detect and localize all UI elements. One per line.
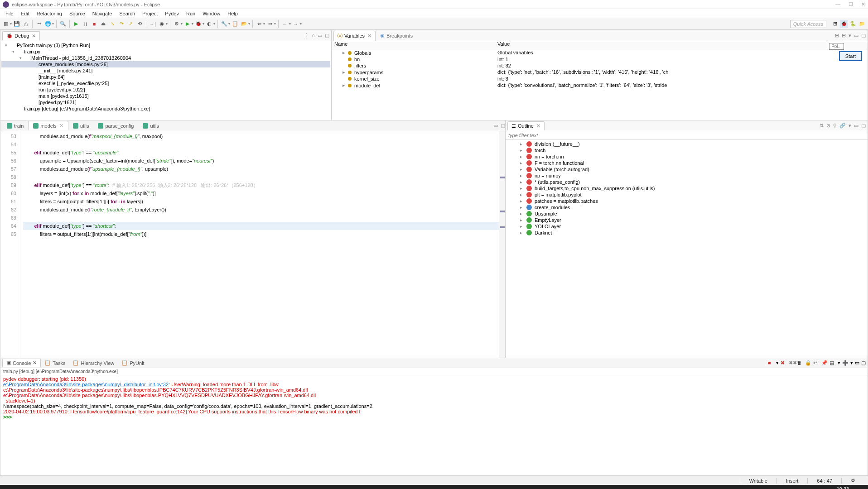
col-name[interactable]: Name [332,41,495,49]
remove-all-icon[interactable]: ✖✖ [789,360,795,366]
variable-row[interactable]: ▸GlobalsGlobal variables [332,49,868,56]
debug-stack-frame[interactable]: [train.py:64] [1,74,330,80]
show-type-icon[interactable]: ⊞ [835,33,839,38]
close-button[interactable]: ✕ [861,1,865,7]
display-selected-icon[interactable]: ▤ [829,360,836,366]
step-over-icon[interactable]: ↷ [117,20,125,28]
cortana-icon[interactable]: ○ [15,486,28,489]
step-into-icon[interactable]: ↘ [108,20,116,28]
menu-source[interactable]: Source [66,10,89,17]
menu-run[interactable]: Run [183,10,199,17]
collapse-icon[interactable]: ⊟ [842,33,846,38]
app-icon[interactable]: ⚫ [83,486,96,489]
outline-item[interactable]: ▸Upsample [507,211,866,217]
open-perspective-icon[interactable]: ⊞ [831,20,839,28]
run-to-line-icon[interactable]: →| [149,20,157,28]
app-icon[interactable]: 🟥 [111,486,123,489]
outline-item[interactable]: ▸YOLOLayer [507,223,866,230]
outline-item[interactable]: ▸* (utils.parse_config) [507,179,866,185]
debug-stack-frame[interactable]: [pydevd.py:1621] [1,99,330,105]
menu-refactoring[interactable]: Refactoring [33,10,66,17]
pydev-perspective-icon[interactable]: 🐍 [849,20,857,28]
open-console-icon[interactable]: ➕ [842,360,849,366]
taskbar-clock[interactable]: 19:33 2020-04-02 [831,486,854,489]
variables-tab[interactable]: ⒳ Variables ✕ [333,31,376,41]
step-filters-icon[interactable]: ⚙ [173,20,181,28]
app-icon[interactable]: 🖼 [70,486,82,489]
variable-row[interactable]: kernel_sizeint: 3 [332,76,868,82]
variables-body[interactable]: ▸GlobalsGlobal variablesbnint: 1filtersi… [332,49,868,120]
terminate-icon[interactable]: ■ [768,360,774,366]
editor-tab-models[interactable]: models✕ [28,121,68,130]
menu-window[interactable]: Window [199,10,224,17]
suspend-icon[interactable]: ⏸ [81,20,89,28]
menu-navigate[interactable]: Navigate [89,10,116,17]
view-menu-icon[interactable]: ▾ [849,33,851,38]
console-tab-hierarchy-view[interactable]: 📋Hierarchy View [69,359,118,367]
outline-item[interactable]: ▸plt = matplotlib.pyplot [507,192,866,198]
outline-tab[interactable]: ☰ Outline ✕ [507,121,545,130]
outline-item[interactable]: ▸Variable (torch.autograd) [507,166,866,173]
app-icon[interactable]: 🟥 [165,486,178,489]
outline-item[interactable]: ▸nn = torch.nn [507,153,866,160]
search-icon[interactable]: 🔍 [59,20,67,28]
view-menu-icon[interactable]: ▾ [849,123,851,129]
app-icon[interactable]: 🟧 [124,486,137,489]
clear-icon[interactable]: 🗑 [797,360,803,366]
outline-tree[interactable]: ▸division (__future__)▸torch▸nn = torch.… [506,140,868,358]
quick-access-input[interactable]: Quick Access [790,20,826,28]
minimize-icon[interactable]: ▭ [318,33,322,38]
sort-icon[interactable]: ⇅ [820,123,824,129]
editor-body[interactable]: 53545556575859606162636465 modules.add_m… [0,131,505,358]
debug-view-menu-icon[interactable]: ⋮ [304,33,309,38]
new-task-icon[interactable]: 📋 [231,20,239,28]
outline-item[interactable]: ▸create_modules [507,204,866,211]
debug-tab[interactable]: 🐞 Debug ✕ [2,31,40,40]
outline-item[interactable]: ▸torch [507,147,866,153]
variable-row[interactable]: ▸hyperparamsdict: {'type': 'net', 'batch… [332,69,868,76]
eclipse-taskbar-icon[interactable]: 🟣 [178,486,191,489]
ext-tools-icon[interactable]: 🔧 [220,20,228,28]
editor-tab-train[interactable]: train [2,122,28,130]
resource-perspective-icon[interactable]: 📁 [858,20,866,28]
back-icon[interactable]: ← [281,20,289,28]
menu-project[interactable]: Project [139,10,161,17]
maximize-icon[interactable]: ▢ [501,123,505,129]
outline-filter-input[interactable] [508,133,865,138]
drop-frame-icon[interactable]: ⟲ [135,20,144,28]
minimize-icon[interactable]: ▭ [854,33,858,38]
menu-edit[interactable]: Edit [17,10,33,17]
outline-item[interactable]: ▸division (__future__) [507,141,866,147]
menu-file[interactable]: File [2,10,17,17]
terminate-icon[interactable]: ■ [90,20,98,28]
save-all-icon[interactable]: ⎙ [22,20,30,28]
overview-ruler[interactable] [499,131,505,358]
app-icon[interactable]: 📁 [56,486,69,489]
menu-help[interactable]: Help [224,10,241,17]
breakpoints-tab[interactable]: ◉ Breakpoints [376,31,416,40]
app-icon[interactable]: 🗂 [43,486,55,489]
run-icon[interactable]: ▶ [183,20,192,28]
resume-icon[interactable]: ▶ [72,20,80,28]
console-body[interactable]: pydev debugger: starting (pid: 11356)e:\… [0,375,868,475]
start-button[interactable]: Start [839,51,862,61]
outline-item[interactable]: ▸EmptyLayer [507,217,866,223]
next-edit-icon[interactable]: ⇒ [266,20,274,28]
col-value[interactable]: Value [495,41,868,49]
poi-box[interactable]: Poi... [829,43,844,50]
variable-row[interactable]: bnint: 1 [332,56,868,62]
disconnect-icon[interactable]: ⏏ [99,20,107,28]
task-view-icon[interactable]: ⧉ [29,486,42,489]
link-editor-icon[interactable]: 🔗 [839,123,846,129]
editor-tab-utils[interactable]: utils [138,122,164,130]
code-area[interactable]: modules.add_module(f"maxpool_{module_i}"… [20,131,499,358]
hide-fields-icon[interactable]: ⊘ [826,123,830,129]
outline-item[interactable]: ▸build_targets,to_cpu,non_max_suppressio… [507,185,866,192]
console-tab-tasks[interactable]: 📋Tasks [41,359,69,367]
step-return-icon[interactable]: ↗ [126,20,135,28]
scroll-lock-icon[interactable]: 🔒 [805,360,811,366]
coverage-icon[interactable]: ◐ [205,20,213,28]
pin-icon[interactable]: 📌 [821,360,828,366]
debug-stack-frame[interactable]: ▾train.py [1,48,330,55]
console-tab-pyunit[interactable]: 📋PyUnit [118,359,148,367]
